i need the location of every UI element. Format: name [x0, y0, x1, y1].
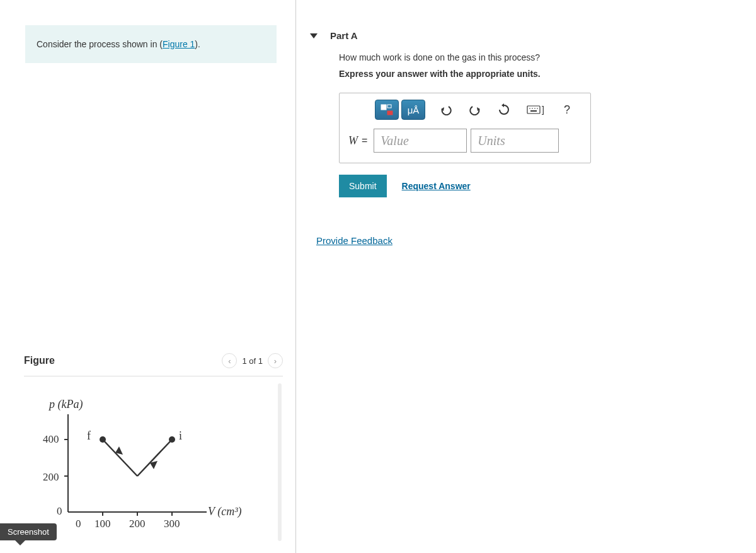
value-input[interactable]: [374, 129, 467, 153]
redo-button[interactable]: [463, 100, 487, 120]
reset-button[interactable]: [492, 100, 516, 120]
help-button[interactable]: ?: [555, 100, 579, 120]
svg-rect-24: [530, 110, 537, 112]
x-axis-label: V (cm³): [208, 505, 242, 518]
svg-point-22: [534, 108, 536, 109]
figure-page-indicator: 1 of 1: [242, 356, 263, 366]
figure-plot: p (kPa) 400 200 0: [24, 402, 251, 547]
problem-suffix: ).: [195, 39, 200, 49]
problem-prefix: Consider the process shown in (: [37, 39, 163, 49]
variable-label: W: [348, 134, 358, 148]
svg-point-23: [537, 108, 538, 109]
answer-box: μÅ ]: [339, 93, 591, 163]
svg-rect-14: [387, 105, 391, 108]
question-text: How much work is done on the gas in this…: [339, 52, 743, 62]
collapse-caret-icon: [310, 33, 318, 38]
x-tick-300: 300: [164, 518, 180, 530]
templates-button[interactable]: [375, 100, 399, 120]
figure-next-button[interactable]: ›: [268, 353, 283, 368]
part-header[interactable]: Part A: [306, 19, 743, 52]
figure-title: Figure: [24, 355, 55, 366]
x-tick-200: 200: [129, 518, 146, 530]
undo-button[interactable]: [434, 100, 458, 120]
scrollbar[interactable]: [278, 383, 282, 541]
provide-feedback-link[interactable]: Provide Feedback: [316, 235, 392, 246]
figure-prev-button[interactable]: ‹: [222, 353, 237, 368]
figure-nav: ‹ 1 of 1 ›: [222, 353, 283, 368]
equals-sign: =: [362, 135, 367, 146]
svg-point-20: [529, 108, 530, 109]
point-i-label: i: [179, 429, 182, 443]
units-input[interactable]: [471, 129, 559, 153]
svg-point-12: [100, 436, 106, 443]
svg-marker-18: [501, 103, 504, 107]
instruction-text: Express your answer with the appropriate…: [339, 69, 743, 79]
svg-line-8: [103, 439, 137, 476]
submit-button[interactable]: Submit: [339, 175, 387, 197]
answer-toolbar: μÅ ]: [340, 93, 590, 129]
svg-rect-13: [381, 105, 386, 110]
svg-rect-19: [527, 106, 540, 114]
figure-section: Figure ‹ 1 of 1 › p (kPa) 400 200 0: [24, 353, 283, 547]
keyboard-button[interactable]: ]: [521, 100, 550, 120]
svg-point-11: [169, 436, 175, 443]
svg-rect-15: [387, 111, 392, 115]
svg-point-21: [532, 108, 533, 109]
part-title: Part A: [330, 30, 358, 41]
figure-link[interactable]: Figure 1: [163, 39, 195, 49]
left-panel: Consider the process shown in (Figure 1)…: [0, 0, 296, 553]
screenshot-tooltip: Screenshot: [0, 523, 57, 540]
right-panel: Part A How much work is done on the gas …: [296, 0, 756, 553]
problem-statement: Consider the process shown in (Figure 1)…: [25, 25, 277, 63]
x-tick-0: 0: [76, 518, 81, 530]
units-button[interactable]: μÅ: [401, 100, 425, 120]
request-answer-link[interactable]: Request Answer: [402, 181, 471, 191]
svg-line-7: [137, 439, 172, 476]
point-f-label: f: [87, 429, 91, 443]
x-tick-100: 100: [94, 518, 111, 530]
